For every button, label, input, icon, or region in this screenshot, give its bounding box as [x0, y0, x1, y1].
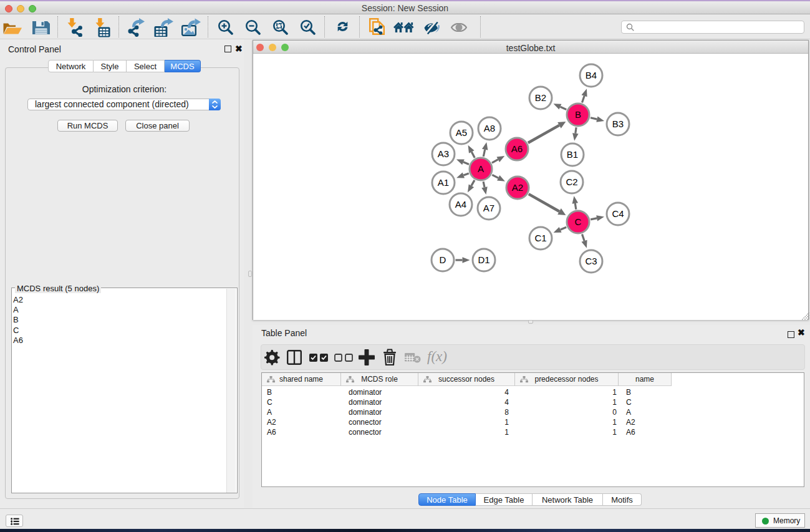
- svg-text:D1: D1: [478, 254, 489, 265]
- svg-text:B2: B2: [535, 92, 546, 103]
- svg-text:B1: B1: [567, 149, 578, 160]
- svg-text:B3: B3: [612, 118, 624, 129]
- svg-text:C2: C2: [566, 177, 577, 187]
- svg-text:A7: A7: [483, 203, 494, 213]
- svg-text:A2: A2: [512, 182, 523, 193]
- svg-text:B4: B4: [586, 70, 597, 80]
- svg-text:A5: A5: [456, 127, 467, 138]
- svg-text:C4: C4: [612, 208, 624, 219]
- svg-text:D: D: [440, 254, 446, 265]
- svg-text:C: C: [575, 216, 582, 227]
- svg-text:A6: A6: [511, 143, 523, 154]
- svg-text:A4: A4: [455, 199, 466, 210]
- svg-text:C3: C3: [585, 256, 597, 266]
- svg-text:B: B: [575, 109, 581, 120]
- svg-text:A1: A1: [438, 177, 449, 188]
- svg-text:A8: A8: [484, 123, 495, 133]
- svg-text:A: A: [478, 163, 484, 174]
- svg-text:f(x): f(x): [427, 349, 447, 364]
- svg-text:C1: C1: [534, 233, 546, 243]
- svg-text:A3: A3: [438, 148, 449, 159]
